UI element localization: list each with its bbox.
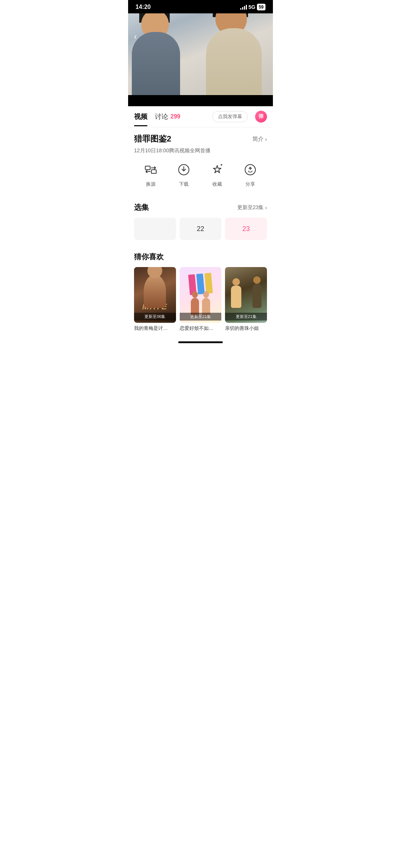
discussion-count: 299 bbox=[170, 113, 180, 120]
video-thumbnail[interactable] bbox=[128, 13, 273, 95]
chevron-right-icon: › bbox=[265, 205, 267, 211]
person-right-body bbox=[206, 28, 262, 95]
recommend-thumb-2: 更新至21集 bbox=[180, 267, 222, 323]
switch-source-button[interactable]: 换源 bbox=[143, 162, 159, 188]
recommend-grid: MATE 更新至06集 我的青梅是讨… bbox=[134, 267, 267, 332]
status-bar: 14:20 5G 59 bbox=[128, 0, 273, 13]
recommend-item-2[interactable]: 更新至21集 恋爱好烦不如… bbox=[180, 267, 222, 332]
episode-item-22[interactable]: 22 bbox=[180, 218, 222, 240]
collect-label: 收藏 bbox=[212, 181, 222, 188]
recommend-name-1: 我的青梅是讨… bbox=[134, 325, 176, 332]
download-icon bbox=[176, 162, 192, 178]
danmu-icon[interactable]: 弹 bbox=[255, 111, 267, 123]
show-title-row: 猎罪图鉴2 简介 › bbox=[134, 133, 267, 144]
back-button[interactable]: ‹ bbox=[134, 32, 137, 42]
episode-item-blank[interactable] bbox=[134, 218, 176, 240]
collect-icon bbox=[209, 162, 225, 178]
episode-grid: 22 23 bbox=[134, 218, 267, 240]
collect-button[interactable]: 收藏 bbox=[209, 162, 225, 188]
network-type: 5G bbox=[248, 4, 255, 10]
thumb-badge-2: 更新至21集 bbox=[180, 313, 222, 321]
thumb-badge-1: 更新至06集 bbox=[134, 313, 176, 321]
share-icon bbox=[242, 162, 258, 178]
chevron-right-icon: › bbox=[265, 136, 267, 142]
svg-rect-1 bbox=[151, 170, 156, 173]
tab-video[interactable]: 视频 bbox=[134, 112, 147, 121]
video-black-bar bbox=[128, 95, 273, 106]
episode-section: 选集 更新至23集 › 22 23 bbox=[128, 202, 273, 246]
switch-source-icon bbox=[143, 162, 159, 178]
intro-link[interactable]: 简介 › bbox=[252, 136, 267, 143]
video-area[interactable]: ‹ bbox=[128, 13, 273, 106]
thumb-badge-3: 更新至21集 bbox=[225, 313, 267, 321]
episode-item-23[interactable]: 23 bbox=[225, 218, 267, 240]
recommend-title: 猜你喜欢 bbox=[134, 252, 267, 262]
time: 14:20 bbox=[136, 4, 151, 10]
tabs-section: 视频 讨论 299 点我发弹幕 弹 bbox=[128, 106, 273, 127]
person-right bbox=[202, 13, 273, 95]
episode-update-link[interactable]: 更新至23集 › bbox=[237, 204, 267, 211]
show-info-section: 猎罪图鉴2 简介 › 12月10日18:00腾讯视频全网首播 换源 bbox=[128, 127, 273, 202]
switch-source-label: 换源 bbox=[146, 181, 156, 188]
recommend-item-3[interactable]: 更新至21集 亲切的善珠小姐 bbox=[225, 267, 267, 332]
recommend-name-2: 恋爱好烦不如… bbox=[180, 325, 222, 332]
danmu-input-btn[interactable]: 点我发弹幕 bbox=[212, 111, 248, 122]
tab-discussion[interactable]: 讨论 299 bbox=[155, 112, 180, 121]
battery-indicator: 59 bbox=[257, 4, 265, 10]
download-button[interactable]: 下载 bbox=[176, 162, 192, 188]
episode-header: 选集 更新至23集 › bbox=[134, 202, 267, 212]
show-title: 猎罪图鉴2 bbox=[134, 133, 171, 144]
episode-section-title: 选集 bbox=[134, 202, 149, 212]
recommend-name-3: 亲切的善珠小姐 bbox=[225, 325, 267, 332]
recommend-thumb-3: 更新至21集 bbox=[225, 267, 267, 323]
broadcast-info: 12月10日18:00腾讯视频全网首播 bbox=[134, 147, 267, 154]
recommend-section: 猜你喜欢 MATE 更新至06集 我的青梅是讨… bbox=[128, 246, 273, 338]
share-button[interactable]: 分享 bbox=[242, 162, 258, 188]
recommend-thumb-1: MATE 更新至06集 bbox=[134, 267, 176, 323]
download-label: 下载 bbox=[179, 181, 189, 188]
action-buttons: 换源 下载 收藏 bbox=[134, 162, 267, 188]
share-label: 分享 bbox=[245, 181, 255, 188]
home-bar bbox=[178, 341, 223, 343]
person-left-body bbox=[132, 32, 180, 95]
home-indicator bbox=[128, 338, 273, 345]
status-right: 5G 59 bbox=[240, 4, 265, 10]
person-left bbox=[128, 17, 191, 95]
svg-rect-0 bbox=[145, 166, 150, 170]
recommend-item-1[interactable]: MATE 更新至06集 我的青梅是讨… bbox=[134, 267, 176, 332]
signal-icon bbox=[240, 4, 247, 10]
